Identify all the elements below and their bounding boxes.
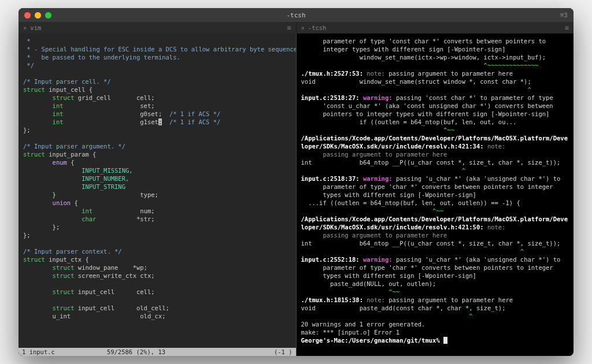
- terminal-window: -tcsh ⌘3 × vim ≡ × -tcsh ≡ * * - Special…: [18, 8, 574, 356]
- left-pane-vim[interactable]: * * - Special handling for ESC inside a …: [18, 34, 297, 356]
- zoom-icon[interactable]: [45, 12, 51, 18]
- close-icon[interactable]: [24, 12, 31, 18]
- vim-buffer[interactable]: * * - Special handling for ESC inside a …: [18, 34, 296, 348]
- tab-menu-icon[interactable]: ≡: [565, 24, 569, 31]
- window-title: -tcsh: [286, 12, 305, 19]
- tabbar: × vim ≡ × -tcsh ≡: [18, 22, 574, 34]
- status-right: (-1 ): [274, 348, 293, 355]
- tab-left[interactable]: × vim ≡: [18, 22, 297, 34]
- status-file: 1 input.c: [22, 348, 55, 355]
- minimize-icon[interactable]: [35, 12, 41, 18]
- close-tab-icon[interactable]: ×: [301, 24, 305, 31]
- tab-right[interactable]: × -tcsh ≡: [297, 22, 574, 34]
- tab-label: vim: [30, 24, 41, 31]
- titlebar[interactable]: -tcsh ⌘3: [18, 8, 574, 22]
- split-panes: * * - Special handling for ESC inside a …: [18, 34, 574, 356]
- tab-menu-icon[interactable]: ≡: [287, 24, 291, 31]
- traffic-lights: [24, 12, 51, 18]
- close-tab-icon[interactable]: ×: [23, 24, 27, 31]
- right-pane-shell[interactable]: parameter of type 'const char *' convert…: [297, 34, 574, 356]
- tab-label: -tcsh: [308, 24, 327, 31]
- window-shortcut: ⌘3: [560, 12, 568, 19]
- status-position: 59/2586 (2%), 13: [107, 348, 165, 355]
- shell-output[interactable]: parameter of type 'const char *' convert…: [297, 34, 574, 356]
- vim-statusline: 1 input.c 59/2586 (2%), 13 (-1 ): [18, 348, 296, 356]
